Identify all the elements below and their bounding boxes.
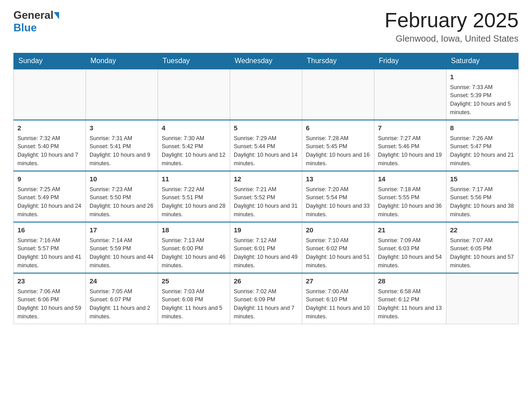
calendar-day-cell [86, 69, 158, 120]
day-number: 3 [90, 123, 154, 133]
day-info: Sunrise: 7:17 AM Sunset: 5:56 PM Dayligh… [450, 185, 515, 219]
calendar-day-cell: 24Sunrise: 7:05 AM Sunset: 6:07 PM Dayli… [86, 273, 158, 324]
page-title: February 2025 [385, 9, 519, 32]
calendar-day-cell: 18Sunrise: 7:13 AM Sunset: 6:00 PM Dayli… [158, 222, 230, 273]
calendar-day-cell: 10Sunrise: 7:23 AM Sunset: 5:50 PM Dayli… [86, 171, 158, 222]
calendar-day-cell: 23Sunrise: 7:06 AM Sunset: 6:06 PM Dayli… [14, 273, 86, 324]
day-info: Sunrise: 7:16 AM Sunset: 5:57 PM Dayligh… [17, 236, 82, 270]
day-of-week-header: Tuesday [158, 53, 230, 69]
logo-blue-text: Blue [13, 21, 37, 34]
calendar-day-cell: 4Sunrise: 7:30 AM Sunset: 5:42 PM Daylig… [158, 120, 230, 171]
day-info: Sunrise: 7:32 AM Sunset: 5:40 PM Dayligh… [17, 134, 82, 168]
logo: General Blue [13, 9, 59, 34]
day-info: Sunrise: 7:06 AM Sunset: 6:06 PM Dayligh… [17, 287, 82, 321]
calendar-day-cell: 16Sunrise: 7:16 AM Sunset: 5:57 PM Dayli… [14, 222, 86, 273]
day-number: 17 [90, 225, 154, 235]
day-number: 27 [306, 276, 370, 286]
calendar-day-cell: 17Sunrise: 7:14 AM Sunset: 5:59 PM Dayli… [86, 222, 158, 273]
day-info: Sunrise: 7:12 AM Sunset: 6:01 PM Dayligh… [234, 236, 298, 270]
day-number: 24 [90, 276, 154, 286]
calendar-day-cell: 5Sunrise: 7:29 AM Sunset: 5:44 PM Daylig… [230, 120, 302, 171]
day-number: 21 [378, 225, 442, 235]
calendar-day-cell: 1Sunrise: 7:33 AM Sunset: 5:39 PM Daylig… [446, 69, 519, 120]
day-number: 10 [90, 174, 154, 184]
calendar-day-cell: 21Sunrise: 7:09 AM Sunset: 6:03 PM Dayli… [374, 222, 446, 273]
day-info: Sunrise: 7:30 AM Sunset: 5:42 PM Dayligh… [162, 134, 226, 168]
day-number: 8 [450, 123, 515, 133]
day-of-week-header: Sunday [14, 53, 86, 69]
day-info: Sunrise: 7:03 AM Sunset: 6:08 PM Dayligh… [162, 287, 226, 321]
day-info: Sunrise: 7:18 AM Sunset: 5:55 PM Dayligh… [378, 185, 442, 219]
day-info: Sunrise: 7:29 AM Sunset: 5:44 PM Dayligh… [234, 134, 298, 168]
day-info: Sunrise: 7:33 AM Sunset: 5:39 PM Dayligh… [450, 83, 515, 117]
calendar-day-cell: 7Sunrise: 7:27 AM Sunset: 5:46 PM Daylig… [374, 120, 446, 171]
location-subtitle: Glenwood, Iowa, United States [385, 34, 519, 44]
day-number: 2 [17, 123, 82, 133]
day-number: 28 [378, 276, 442, 286]
day-info: Sunrise: 7:07 AM Sunset: 6:05 PM Dayligh… [450, 236, 515, 270]
day-number: 25 [162, 276, 226, 286]
day-number: 1 [450, 72, 515, 81]
calendar-day-cell: 20Sunrise: 7:10 AM Sunset: 6:02 PM Dayli… [302, 222, 374, 273]
calendar-day-cell: 9Sunrise: 7:25 AM Sunset: 5:49 PM Daylig… [14, 171, 86, 222]
calendar-week-row: 1Sunrise: 7:33 AM Sunset: 5:39 PM Daylig… [14, 69, 519, 120]
day-info: Sunrise: 7:14 AM Sunset: 5:59 PM Dayligh… [90, 236, 154, 270]
day-info: Sunrise: 7:13 AM Sunset: 6:00 PM Dayligh… [162, 236, 226, 270]
calendar-week-row: 2Sunrise: 7:32 AM Sunset: 5:40 PM Daylig… [14, 120, 519, 171]
calendar-day-cell [302, 69, 374, 120]
calendar-day-cell: 3Sunrise: 7:31 AM Sunset: 5:41 PM Daylig… [86, 120, 158, 171]
day-of-week-header: Monday [86, 53, 158, 69]
day-info: Sunrise: 7:25 AM Sunset: 5:49 PM Dayligh… [17, 185, 82, 219]
day-number: 23 [17, 276, 82, 286]
day-of-week-header: Thursday [302, 53, 374, 69]
day-info: Sunrise: 7:23 AM Sunset: 5:50 PM Dayligh… [90, 185, 154, 219]
day-of-week-header: Wednesday [230, 53, 302, 69]
day-number: 22 [450, 225, 515, 235]
day-number: 11 [162, 174, 226, 184]
day-number: 18 [162, 225, 226, 235]
day-number: 4 [162, 123, 226, 133]
calendar-day-cell [14, 69, 86, 120]
calendar-table: SundayMondayTuesdayWednesdayThursdayFrid… [13, 53, 519, 324]
day-number: 16 [17, 225, 82, 235]
day-number: 20 [306, 225, 370, 235]
day-number: 26 [234, 276, 298, 286]
calendar-day-cell [374, 69, 446, 120]
calendar-day-cell: 14Sunrise: 7:18 AM Sunset: 5:55 PM Dayli… [374, 171, 446, 222]
day-info: Sunrise: 7:22 AM Sunset: 5:51 PM Dayligh… [162, 185, 226, 219]
day-number: 6 [306, 123, 370, 133]
day-info: Sunrise: 7:28 AM Sunset: 5:45 PM Dayligh… [306, 134, 370, 168]
calendar-week-row: 16Sunrise: 7:16 AM Sunset: 5:57 PM Dayli… [14, 222, 519, 273]
calendar-day-cell: 19Sunrise: 7:12 AM Sunset: 6:01 PM Dayli… [230, 222, 302, 273]
calendar-day-cell: 2Sunrise: 7:32 AM Sunset: 5:40 PM Daylig… [14, 120, 86, 171]
day-info: Sunrise: 7:21 AM Sunset: 5:52 PM Dayligh… [234, 185, 298, 219]
calendar-day-cell: 22Sunrise: 7:07 AM Sunset: 6:05 PM Dayli… [446, 222, 519, 273]
calendar-week-row: 23Sunrise: 7:06 AM Sunset: 6:06 PM Dayli… [14, 273, 519, 324]
calendar-day-cell: 12Sunrise: 7:21 AM Sunset: 5:52 PM Dayli… [230, 171, 302, 222]
day-number: 7 [378, 123, 442, 133]
calendar-day-cell: 6Sunrise: 7:28 AM Sunset: 5:45 PM Daylig… [302, 120, 374, 171]
calendar-day-cell [230, 69, 302, 120]
day-info: Sunrise: 7:10 AM Sunset: 6:02 PM Dayligh… [306, 236, 370, 270]
calendar-day-cell: 25Sunrise: 7:03 AM Sunset: 6:08 PM Dayli… [158, 273, 230, 324]
day-number: 5 [234, 123, 298, 133]
day-info: Sunrise: 7:27 AM Sunset: 5:46 PM Dayligh… [378, 134, 442, 168]
calendar-header-row: SundayMondayTuesdayWednesdayThursdayFrid… [14, 53, 519, 69]
calendar-day-cell [158, 69, 230, 120]
day-number: 12 [234, 174, 298, 184]
page-header: General Blue February 2025 Glenwood, Iow… [13, 9, 519, 44]
day-info: Sunrise: 7:20 AM Sunset: 5:54 PM Dayligh… [306, 185, 370, 219]
day-info: Sunrise: 7:02 AM Sunset: 6:09 PM Dayligh… [234, 287, 298, 321]
calendar-day-cell: 13Sunrise: 7:20 AM Sunset: 5:54 PM Dayli… [302, 171, 374, 222]
calendar-day-cell: 15Sunrise: 7:17 AM Sunset: 5:56 PM Dayli… [446, 171, 519, 222]
calendar-day-cell: 26Sunrise: 7:02 AM Sunset: 6:09 PM Dayli… [230, 273, 302, 324]
calendar-day-cell: 28Sunrise: 6:58 AM Sunset: 6:12 PM Dayli… [374, 273, 446, 324]
day-info: Sunrise: 7:31 AM Sunset: 5:41 PM Dayligh… [90, 134, 154, 168]
logo-general-text: General [13, 9, 53, 21]
day-of-week-header: Saturday [446, 53, 519, 69]
day-info: Sunrise: 7:05 AM Sunset: 6:07 PM Dayligh… [90, 287, 154, 321]
day-info: Sunrise: 7:00 AM Sunset: 6:10 PM Dayligh… [306, 287, 370, 321]
day-info: Sunrise: 6:58 AM Sunset: 6:12 PM Dayligh… [378, 287, 442, 321]
logo-triangle-icon [54, 12, 59, 19]
calendar-week-row: 9Sunrise: 7:25 AM Sunset: 5:49 PM Daylig… [14, 171, 519, 222]
